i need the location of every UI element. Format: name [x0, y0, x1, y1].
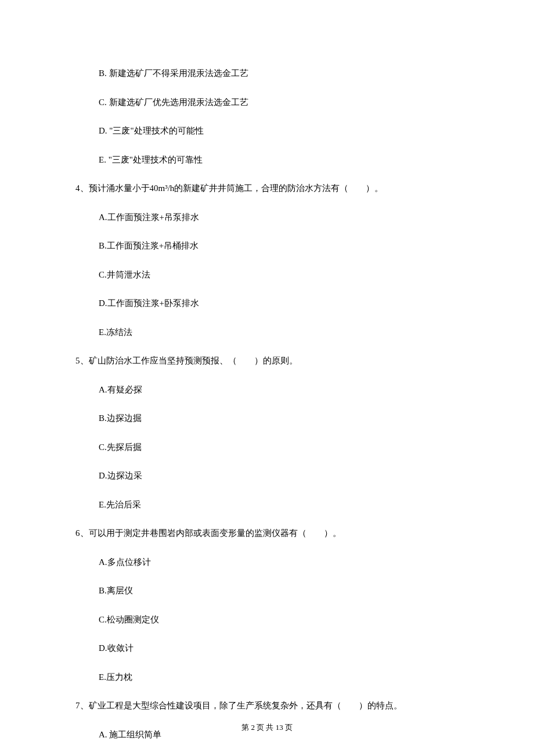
question-5-option-c: C.先探后掘 [99, 441, 459, 454]
question-5-option-d: D.边探边采 [99, 469, 459, 483]
prev-question-option-e: E. "三废"处理技术的可靠性 [99, 153, 459, 167]
question-6-option-b: B.离层仪 [99, 584, 459, 597]
prev-question-option-b: B. 新建选矿厂不得采用混汞法选金工艺 [99, 67, 459, 80]
question-6-option-c: C.松动圈测定仪 [99, 613, 459, 627]
question-4-option-d: D.工作面预注浆+卧泵排水 [99, 297, 459, 310]
question-5-stem: 5、矿山防治水工作应当坚持预测预报、（ ）的原则。 [75, 354, 459, 368]
question-6-stem: 6、可以用于测定井巷围岩内部或表面变形量的监测仪器有（ ）。 [75, 527, 459, 540]
page-footer: 第 2 页 共 13 页 [0, 722, 534, 733]
question-6-option-d: D.收敛计 [99, 642, 459, 655]
question-7-stem: 7、矿业工程是大型综合性建设项目，除了生产系统复杂外，还具有（ ）的特点。 [75, 699, 459, 712]
question-5-option-e: E.先治后采 [99, 498, 459, 512]
question-6-option-e: E.压力枕 [99, 671, 459, 684]
question-4-stem: 4、预计涌水量小于40m³/h的新建矿井井筒施工，合理的防治水方法有（ ）。 [75, 182, 459, 195]
question-4-option-c: C.井筒泄水法 [99, 268, 459, 282]
prev-question-option-c: C. 新建选矿厂优先选用混汞法选金工艺 [99, 96, 459, 109]
question-4-option-e: E.冻结法 [99, 326, 459, 339]
question-6-option-a: A.多点位移计 [99, 556, 459, 569]
question-4-option-a: A.工作面预注浆+吊泵排水 [99, 211, 459, 224]
prev-question-option-d: D. "三废"处理技术的可能性 [99, 124, 459, 138]
question-4-option-b: B.工作面预注浆+吊桶排水 [99, 239, 459, 253]
question-5-option-b: B.边探边掘 [99, 412, 459, 425]
question-5-option-a: A.有疑必探 [99, 383, 459, 397]
